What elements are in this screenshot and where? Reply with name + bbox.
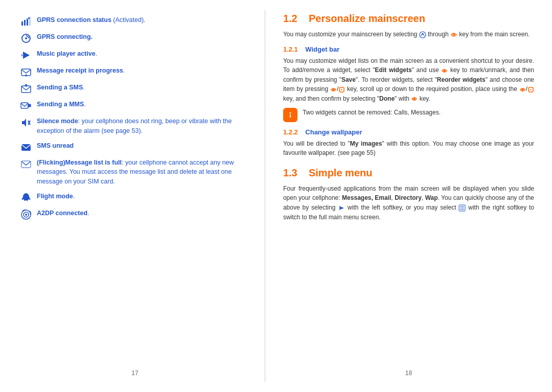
widget-bar-body: You may customize widget lists on the ma… [283, 56, 534, 104]
music-player-label: Music player active [37, 50, 96, 57]
svg-rect-0 [21, 21, 23, 26]
svg-rect-19 [21, 144, 31, 151]
gprs-status-label: GPRS connection status [37, 16, 111, 24]
svg-rect-16 [28, 104, 31, 107]
message-receipt-icon [20, 66, 32, 78]
note-icon [283, 108, 297, 122]
svg-point-34 [289, 112, 291, 113]
section-1-3-title: 1.3 Simple menu [283, 167, 534, 179]
svg-rect-35 [290, 114, 291, 118]
sms-unread-label: SMS unread [37, 142, 74, 149]
sending-mms-label: Sending a MMS [37, 101, 84, 108]
gprs-status-icon: G [20, 16, 32, 27]
svg-point-28 [332, 88, 334, 90]
a2dp-label: A2DP connected [37, 210, 87, 217]
flight-mode-icon [20, 192, 32, 203]
left-column: G GPRS connection status (Activated). GP… [0, 0, 265, 392]
svg-point-26 [453, 34, 455, 36]
svg-point-25 [422, 33, 423, 34]
section-1-2-number: 1.2 [283, 13, 297, 24]
subsection-1-2-2-number: 1.2.2 [283, 128, 298, 136]
section-1-2: 1.2 Personalize mainscreen You may custo… [283, 13, 534, 158]
svg-rect-14 [21, 103, 28, 108]
message-full-icon [20, 158, 32, 170]
note-box-widgets: Two widgets cannot be removed: Calls, Me… [283, 108, 534, 122]
note-text-widgets: Two widgets cannot be removed: Calls, Me… [303, 108, 534, 118]
list-item: A2DP connected. [20, 209, 249, 220]
svg-point-27 [444, 70, 446, 72]
list-item: Music player active. [20, 49, 249, 61]
subsection-1-2-1-number: 1.2.1 [283, 45, 298, 53]
list-item: Message receipt in progress. [20, 66, 249, 78]
sending-sms-icon [20, 83, 32, 95]
svg-point-7 [25, 37, 27, 39]
sms-unread-icon [20, 142, 32, 153]
svg-point-30 [521, 88, 523, 90]
subsection-1-2-1-title: 1.2.1 Widget bar [283, 45, 534, 53]
svg-rect-20 [21, 161, 31, 168]
silence-mode-label: Silence mode [37, 118, 78, 125]
subsection-1-2-2: 1.2.2 Change wallpaper You will be direc… [283, 128, 534, 158]
message-full-label: (Flicking)Message list is full [37, 159, 122, 166]
list-item: SMS unread [20, 141, 249, 153]
silence-mode-icon [20, 117, 32, 128]
list-item: Sending a MMS. [20, 100, 249, 111]
svg-text:G: G [29, 17, 31, 20]
sending-mms-icon [20, 100, 32, 111]
page-number-right: 18 [283, 359, 534, 377]
section-1-2-intro: You may customize your mainscreen by sel… [283, 30, 534, 39]
flight-mode-label: Flight mode [37, 193, 73, 200]
gprs-connecting-icon [20, 33, 32, 44]
page: G GPRS connection status (Activated). GP… [0, 0, 552, 392]
right-column: 1.2 Personalize mainscreen You may custo… [265, 0, 552, 392]
section-1-3-number: 1.3 [283, 167, 297, 178]
simple-menu-body: Four frequently-used applications from t… [283, 184, 534, 222]
sending-sms-label: Sending a SMS [37, 84, 83, 91]
svg-point-24 [420, 32, 426, 38]
a2dp-icon [20, 209, 32, 220]
status-list: G GPRS connection status (Activated). GP… [20, 15, 249, 220]
page-number-left: 17 [20, 359, 249, 377]
svg-marker-8 [23, 52, 30, 59]
change-wallpaper-body: You will be directed to "My images" with… [283, 139, 534, 158]
list-item: Sending a SMS. [20, 83, 249, 95]
svg-point-23 [25, 214, 27, 216]
list-item: (Flicking)Message list is full: your cel… [20, 158, 249, 187]
section-1-2-title: 1.2 Personalize mainscreen [283, 13, 534, 25]
svg-point-32 [413, 98, 416, 100]
svg-rect-1 [24, 20, 26, 26]
list-item: GPRS connecting. [20, 32, 249, 44]
gprs-connecting-label: GPRS connecting. [37, 33, 93, 40]
list-item: Silence mode: your cellphone does not ri… [20, 117, 249, 136]
subsection-1-2-1: 1.2.1 Widget bar You may customize widge… [283, 45, 534, 122]
list-item: Flight mode. [20, 192, 249, 203]
music-player-icon [20, 50, 32, 61]
message-receipt-label: Message receipt in progress [37, 67, 123, 74]
section-1-3: 1.3 Simple menu Four frequently-used app… [283, 167, 534, 222]
subsection-1-2-2-title: 1.2.2 Change wallpaper [283, 128, 534, 136]
list-item: G GPRS connection status (Activated). [20, 15, 249, 27]
